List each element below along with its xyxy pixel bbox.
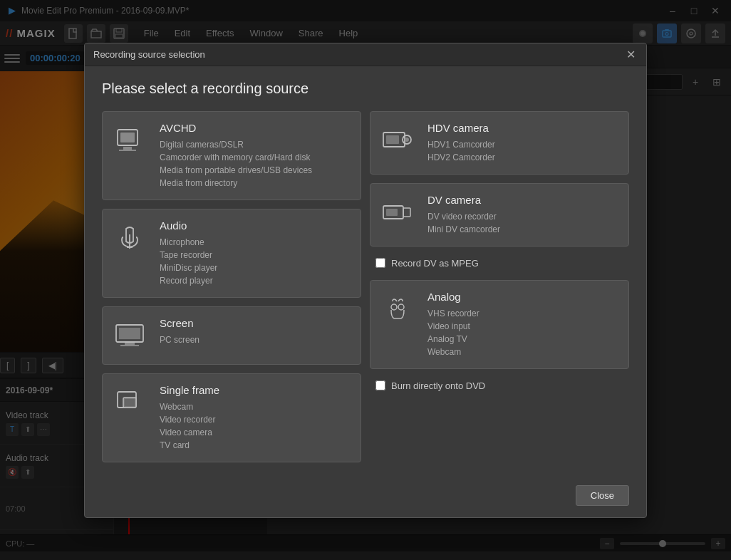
hdv-title: HDV camera	[427, 122, 618, 134]
analog-desc: VHS recorder Video input Analog TV Webca…	[427, 307, 618, 358]
burn-dvd-label[interactable]: Burn directly onto DVD	[391, 380, 485, 391]
dialog-heading: Please select a recording source	[102, 81, 629, 97]
analog-icon	[379, 291, 416, 328]
singleframe-icon	[111, 384, 148, 421]
hdv-desc: HDV1 Camcorder HDV2 Camcorder	[427, 138, 618, 164]
screen-title: Screen	[160, 317, 351, 329]
source-card-avchd[interactable]: AVCHD Digital cameras/DSLR Camcorder wit…	[102, 111, 361, 200]
dv-desc: DV video recorder Mini DV camcorder	[427, 210, 618, 236]
svg-rect-22	[125, 399, 135, 406]
svg-rect-17	[119, 328, 140, 339]
source-card-audio[interactable]: Audio Microphone Tape recorder MiniDisc …	[102, 209, 361, 298]
analog-title: Analog	[427, 291, 618, 303]
source-card-dv[interactable]: DV camera DV video recorder Mini DV camc…	[370, 183, 629, 247]
burn-dvd-checkbox[interactable]	[375, 380, 385, 390]
svg-point-25	[405, 138, 409, 142]
record-dv-mpeg-checkbox[interactable]	[375, 258, 385, 268]
audio-info: Audio Microphone Tape recorder MiniDisc …	[160, 219, 351, 287]
avchd-desc: Digital cameras/DSLR Camcorder with memo…	[160, 138, 351, 190]
screen-icon	[111, 317, 148, 354]
svg-rect-19	[120, 345, 139, 346]
avchd-icon	[111, 122, 148, 159]
svg-rect-28	[403, 208, 410, 217]
dialog-close-btn[interactable]: Close	[576, 485, 629, 506]
svg-rect-26	[386, 135, 399, 144]
source-card-singleframe[interactable]: Single frame Webcam Video recorder Video…	[102, 373, 361, 462]
singleframe-desc: Webcam Video recorder Video camera TV ca…	[160, 400, 351, 452]
avchd-info: AVCHD Digital cameras/DSLR Camcorder wit…	[160, 122, 351, 190]
svg-rect-15	[119, 150, 136, 151]
svg-rect-29	[386, 209, 398, 216]
dialog-sources-grid: AVCHD Digital cameras/DSLR Camcorder wit…	[102, 111, 629, 462]
dialog-title-label: Recording source selection	[93, 49, 623, 60]
screen-info: Screen PC screen	[160, 317, 351, 346]
record-dv-mpeg-row: Record DV as MPEG	[373, 255, 629, 271]
hdv-icon	[379, 122, 416, 159]
source-card-screen[interactable]: Screen PC screen	[102, 306, 361, 365]
dv-info: DV camera DV video recorder Mini DV camc…	[427, 194, 618, 236]
left-sources-column: AVCHD Digital cameras/DSLR Camcorder wit…	[102, 111, 361, 462]
record-dv-mpeg-label[interactable]: Record DV as MPEG	[391, 258, 479, 269]
source-card-analog[interactable]: Analog VHS recorder Video input Analog T…	[370, 280, 629, 369]
svg-rect-13	[120, 133, 135, 142]
audio-desc: Microphone Tape recorder MiniDisc player…	[160, 236, 351, 287]
screen-desc: PC screen	[160, 333, 351, 346]
avchd-title: AVCHD	[160, 122, 351, 134]
dialog-titlebar: Recording source selection ✕	[85, 43, 646, 66]
svg-rect-18	[125, 343, 135, 345]
dialog-overlay: Recording source selection ✕ Please sele…	[0, 0, 731, 560]
hdv-info: HDV camera HDV1 Camcorder HDV2 Camcorder	[427, 122, 618, 164]
audio-title: Audio	[160, 219, 351, 232]
analog-info: Analog VHS recorder Video input Analog T…	[427, 291, 618, 358]
dialog-body: Please select a recording source	[85, 66, 646, 477]
dialog-footer: Close	[85, 477, 646, 517]
source-card-hdv[interactable]: HDV camera HDV1 Camcorder HDV2 Camcorder	[370, 111, 629, 175]
burn-dvd-row: Burn directly onto DVD	[373, 378, 629, 394]
dv-icon	[379, 194, 416, 231]
singleframe-title: Single frame	[160, 384, 351, 396]
svg-rect-14	[123, 147, 132, 150]
svg-point-30	[391, 304, 397, 310]
audio-icon	[111, 219, 148, 256]
dv-title: DV camera	[427, 194, 618, 206]
singleframe-info: Single frame Webcam Video recorder Video…	[160, 384, 351, 452]
svg-point-31	[398, 304, 404, 310]
recording-source-dialog: Recording source selection ✕ Please sele…	[84, 43, 647, 518]
dialog-close-button[interactable]: ✕	[623, 47, 638, 61]
right-sources-column: HDV camera HDV1 Camcorder HDV2 Camcorder	[370, 111, 629, 462]
